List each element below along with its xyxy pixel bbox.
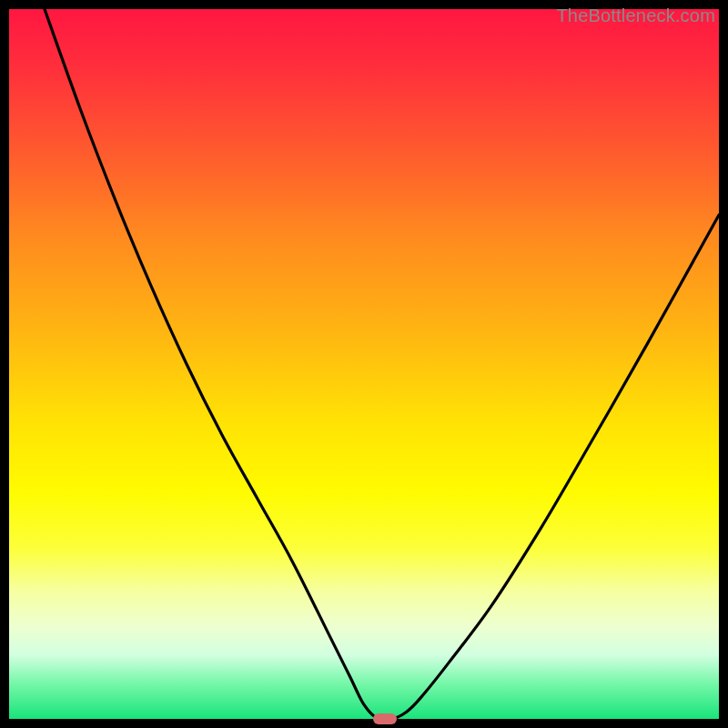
bottleneck-curve-path xyxy=(45,9,719,719)
gradient-plot-area xyxy=(9,9,719,719)
attribution-text: TheBottleneck.com xyxy=(556,5,715,26)
minimum-marker xyxy=(373,713,397,724)
curve-svg xyxy=(9,9,719,719)
